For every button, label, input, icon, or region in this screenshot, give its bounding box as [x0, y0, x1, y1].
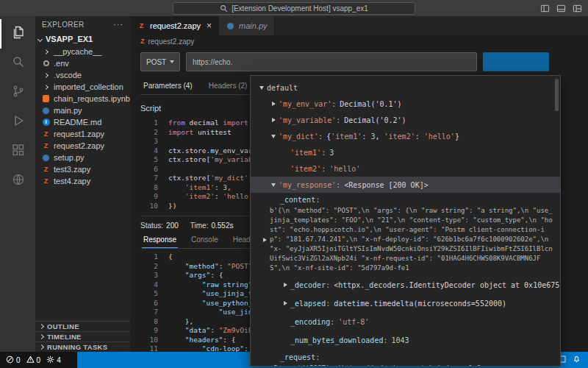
debug-variable-row[interactable]: default [251, 79, 560, 96]
activity-item-remote-explorer[interactable] [0, 166, 35, 196]
chevron-down-icon[interactable] [268, 135, 279, 138]
response-tab-console[interactable]: Console [190, 233, 220, 248]
chevron-down-icon[interactable] [257, 86, 267, 90]
folder-item-imported_collection[interactable]: imported_collection [35, 81, 130, 93]
debug-variable-row[interactable]: _content:b'{\n "method": "POST",\n "args… [251, 193, 560, 275]
variable-value: {'item1': 3, 'item2': 'hello'} [326, 132, 459, 141]
file-item-test3.zapy[interactable]: Ztest3.zapy [35, 163, 130, 175]
code-text: "method": "POST", [168, 262, 257, 272]
section-timeline[interactable]: TIMELINE [35, 331, 130, 342]
explorer-icon [11, 25, 26, 43]
file-item-chain_requests.ipynb[interactable]: chain_requests.ipynb [35, 93, 130, 105]
debug-variable-row[interactable]: _elapsed:datetime.timedelta(microseconds… [251, 295, 560, 311]
python-icon [227, 23, 234, 29]
problems-status[interactable]: 004 [0, 352, 77, 368]
debug-variable-row[interactable]: 'item2':'hello' [251, 160, 560, 177]
tasks-counter[interactable]: 4 [46, 355, 61, 365]
file-item-main.py[interactable]: main.py [35, 105, 130, 116]
debug-variable-row[interactable]: 'my_dict':{'item1': 3, 'item2': 'hello'} [251, 128, 560, 144]
code-text: import unittest [168, 128, 232, 138]
debug-variable-row[interactable]: _decoder:<httpx._decoders.IdentityDecode… [251, 277, 560, 293]
folder-item-.vscode[interactable]: .vscode [35, 69, 130, 81]
customize-layout-icon[interactable] [573, 4, 582, 13]
explorer-actions-icon[interactable]: ··· [113, 20, 123, 29]
url-input[interactable]: https://echo. [186, 52, 477, 71]
line-number: 10 [140, 202, 158, 211]
debug-variable-row[interactable]: 'item1':3 [251, 144, 560, 160]
file-item-test4.zapy[interactable]: Ztest4.zapy [35, 175, 130, 187]
toggle-secondary-sidebar-icon[interactable] [556, 4, 566, 13]
chevron-right-icon[interactable] [280, 301, 290, 305]
file-label: __pycache__ [54, 47, 101, 56]
tab-request2.zapy[interactable]: Zrequest2.zapy× [130, 16, 219, 35]
debug-variable-row[interactable]: _encoding:'utf-8' [251, 314, 560, 330]
breadcrumb[interactable]: Z request2.zapy [130, 35, 588, 48]
activity-item-extensions[interactable] [0, 137, 35, 166]
variable-name: default [267, 84, 298, 92]
code-text: 'item2': 'hello' [168, 192, 252, 202]
debug-variable-row[interactable]: 'my_env_var':Decimal('0.1') [251, 96, 560, 112]
search-icon [220, 4, 228, 13]
response-tab-head[interactable]: Head [232, 233, 252, 248]
response-tab-response[interactable]: Response [142, 233, 178, 248]
activity-item-source-control[interactable] [0, 78, 35, 107]
request-tab-parameters-4-[interactable]: Parameters (4) [142, 79, 194, 94]
code-text: }) [168, 202, 176, 211]
chevron-right-icon[interactable] [259, 206, 270, 273]
status-label: Status: [140, 222, 163, 230]
section-outline[interactable]: OUTLINE [35, 321, 130, 331]
chevron-right-icon[interactable] [268, 118, 279, 122]
send-button[interactable] [483, 52, 549, 71]
icon-slot [226, 23, 235, 29]
folder-item-__pycache__[interactable]: __pycache__ [35, 46, 130, 57]
icon-slot [41, 50, 51, 54]
activity-item-explorer[interactable] [0, 19, 35, 49]
close-icon[interactable]: × [207, 21, 212, 31]
variable-value: Decimal('0.2') [344, 116, 406, 124]
file-item-README.md[interactable]: iREADME.md [35, 116, 130, 128]
chevron-right-icon[interactable] [259, 364, 270, 367]
variable-value: 3 [329, 149, 334, 157]
error-counter[interactable]: 0 [6, 355, 21, 365]
zapy-icon: Z [44, 178, 49, 185]
variable-name: _encoding [290, 318, 330, 326]
activity-item-search[interactable] [0, 49, 35, 78]
chevron-right-icon [39, 324, 44, 329]
icon-slot [41, 95, 51, 102]
debug-variable-row[interactable]: 'my_variable':Decimal('0.2') [251, 112, 560, 128]
line-number: 3 [140, 271, 158, 280]
request-tab-headers-2-[interactable]: Headers (2) [207, 79, 249, 94]
file-label: test4.zapy [54, 177, 90, 185]
bell-icon[interactable] [573, 355, 581, 365]
method-select[interactable]: POST [140, 52, 180, 71]
file-label: chain_requests.ipynb [54, 94, 130, 103]
chevron-right-icon[interactable] [268, 102, 279, 106]
section-running-tasks[interactable]: RUNNING TASKS [35, 342, 130, 352]
activity-item-run-debug[interactable] [0, 107, 35, 137]
file-item-.env[interactable]: .env [35, 57, 130, 69]
command-center[interactable]: [Extension Development Host] vsapp_ex1 [173, 2, 415, 15]
breadcrumb-item: request2.zapy [148, 38, 194, 46]
line-number: 6 [140, 299, 158, 308]
time-label: Time: [190, 222, 209, 230]
workspace-name: VSAPP_EX1 [46, 35, 93, 43]
file-item-setup.py[interactable]: setup.py [35, 152, 130, 163]
folder-chevron-icon [43, 72, 49, 77]
workspace-root[interactable]: VSAPP_EX1 [35, 32, 130, 46]
tab-main.py[interactable]: main.py [219, 16, 275, 35]
chevron-right-icon[interactable] [280, 283, 290, 287]
variable-name: 'item1' [290, 149, 321, 157]
debug-variable-row[interactable]: 'my_response':<Response [200 OK]> [251, 177, 560, 193]
toggle-panel-icon[interactable] [540, 4, 550, 13]
run-debug-icon [11, 113, 26, 131]
chevron-down-icon[interactable] [268, 183, 279, 187]
line-number: 4 [140, 280, 158, 290]
debug-variable-row[interactable]: _request:<Request('POST', 'https://echo.… [251, 350, 560, 367]
editor-tabs: Zrequest2.zapy×main.py [130, 16, 588, 35]
warning-counter[interactable]: 0 [26, 355, 41, 365]
time-value: 0.552s [211, 222, 233, 230]
file-label: imported_collection [54, 82, 123, 91]
file-item-request2.zapy[interactable]: Zrequest2.zapy [35, 140, 130, 152]
debug-variable-row[interactable]: _num_bytes_downloaded:1043 [251, 332, 560, 348]
file-item-request1.zapy[interactable]: Zrequest1.zapy [35, 128, 130, 140]
